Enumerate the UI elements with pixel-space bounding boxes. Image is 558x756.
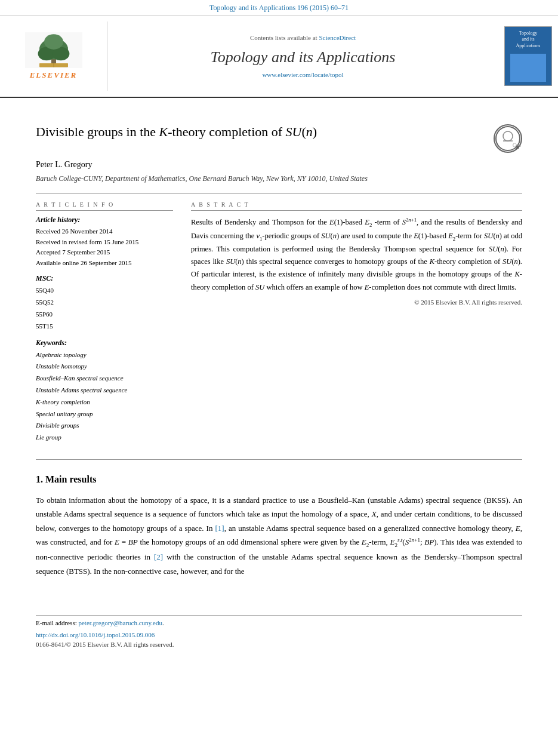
keyword-2: Unstable homotopy <box>36 361 173 373</box>
crossmark-icon: CrossMark <box>495 125 521 152</box>
journal-citation-bar: Topology and its Applications 196 (2015)… <box>0 0 558 16</box>
doi-link[interactable]: http://dx.doi.org/10.1016/j.topol.2015.0… <box>0 631 558 638</box>
svg-point-9 <box>503 131 513 141</box>
svg-point-8 <box>496 127 520 150</box>
cover-decorative-image <box>510 54 546 82</box>
elsevier-logo-section: ELSEVIER <box>0 21 107 91</box>
author-name: Peter L. Gregory <box>36 160 522 170</box>
main-content-area: Divisible groups in the K-theory complet… <box>0 98 558 597</box>
svg-point-5 <box>44 34 63 50</box>
history-item-3: Accepted 7 September 2015 <box>36 247 173 258</box>
keywords-group: Keywords: Algebraic topology Unstable ho… <box>36 339 173 444</box>
copyright-text: © 2015 Elsevier B.V. All rights reserved… <box>191 299 522 306</box>
science-direct-link[interactable]: ScienceDirect <box>319 34 356 41</box>
author-email-link[interactable]: peter.gregory@baruch.cuny.edu <box>78 619 162 626</box>
footer-section: E-mail address: peter.gregory@baruch.cun… <box>0 615 558 654</box>
msc-code-3: 55P60 <box>36 309 173 321</box>
history-item-2: Received in revised form 15 June 2015 <box>36 237 173 248</box>
section-divider <box>36 459 522 460</box>
article-title-text: Divisible groups in the K-theory complet… <box>36 124 482 140</box>
abstract-column: A B S T R A C T Results of Bendersky and… <box>191 201 522 450</box>
elsevier-brand-text: ELSEVIER <box>24 70 84 80</box>
msc-code-2: 55Q52 <box>36 297 173 309</box>
contents-available-text: Contents lists available at ScienceDirec… <box>250 34 356 41</box>
footer-divider <box>36 615 522 616</box>
history-item-4: Available online 26 September 2015 <box>36 258 173 269</box>
author-affiliation: Baruch College-CUNY, Department of Mathe… <box>36 173 522 184</box>
journal-url-link[interactable]: www.elsevier.com/locate/topol <box>262 71 343 78</box>
keyword-6: Special unitary group <box>36 408 173 420</box>
crossmark-badge: CrossMark <box>494 124 522 153</box>
journal-cover-image: Topologyand itsApplications <box>504 26 552 86</box>
ref-link-2[interactable]: [2] <box>154 552 163 561</box>
journal-center-section: Contents lists available at ScienceDirec… <box>107 21 498 91</box>
rights-text: 0166-8641/© 2015 Elsevier B.V. All right… <box>0 641 558 648</box>
msc-title: MSC: <box>36 274 173 283</box>
msc-code-list: 55Q40 55Q52 55P60 55T15 <box>36 285 173 332</box>
abstract-label: A B S T R A C T <box>191 201 522 211</box>
keyword-7: Divisible groups <box>36 420 173 432</box>
keyword-8: Lie group <box>36 432 173 444</box>
email-label: E-mail address: <box>36 619 77 626</box>
article-title-section: Divisible groups in the K-theory complet… <box>36 124 522 153</box>
section1-heading: 1. Main results <box>36 474 522 485</box>
history-item-1: Received 26 November 2014 <box>36 226 173 237</box>
msc-code-1: 55Q40 <box>36 285 173 297</box>
journal-title: Topology and its Applications <box>211 48 396 66</box>
abstract-text: Results of Bendersky and Thompson for th… <box>191 216 522 294</box>
keywords-title: Keywords: <box>36 339 173 348</box>
section1-paragraph1: To obtain information about the homotopy… <box>36 493 522 578</box>
article-info-abstract-section: A R T I C L E I N F O Article history: R… <box>36 201 522 450</box>
msc-code-4: 55T15 <box>36 321 173 333</box>
article-history-group: Article history: Received 26 November 20… <box>36 216 173 268</box>
article-info-column: A R T I C L E I N F O Article history: R… <box>36 201 173 450</box>
svg-text:CrossMark: CrossMark <box>513 143 521 148</box>
keyword-3: Bousfield–Kan spectral sequence <box>36 373 173 385</box>
elsevier-logo: ELSEVIER <box>24 32 84 80</box>
elsevier-tree-image <box>24 32 84 68</box>
cover-title-text: Topologyand itsApplications <box>516 30 541 49</box>
keyword-1: Algebraic topology <box>36 349 173 361</box>
journal-header: ELSEVIER Contents lists available at Sci… <box>0 16 558 98</box>
keywords-list: Algebraic topology Unstable homotopy Bou… <box>36 349 173 444</box>
msc-group: MSC: 55Q40 55Q52 55P60 55T15 <box>36 274 173 332</box>
header-divider <box>36 193 522 194</box>
footer-email-section: E-mail address: peter.gregory@baruch.cun… <box>0 619 558 626</box>
journal-citation-text: Topology and its Applications 196 (2015)… <box>209 4 349 12</box>
keyword-5: K-theory completion <box>36 397 173 408</box>
journal-cover-section: Topologyand itsApplications <box>498 21 558 91</box>
keyword-4: Unstable Adams spectral sequence <box>36 385 173 397</box>
ref-link-1[interactable]: [1] <box>215 524 224 533</box>
article-info-label: A R T I C L E I N F O <box>36 201 173 211</box>
article-history-title: Article history: <box>36 216 173 225</box>
